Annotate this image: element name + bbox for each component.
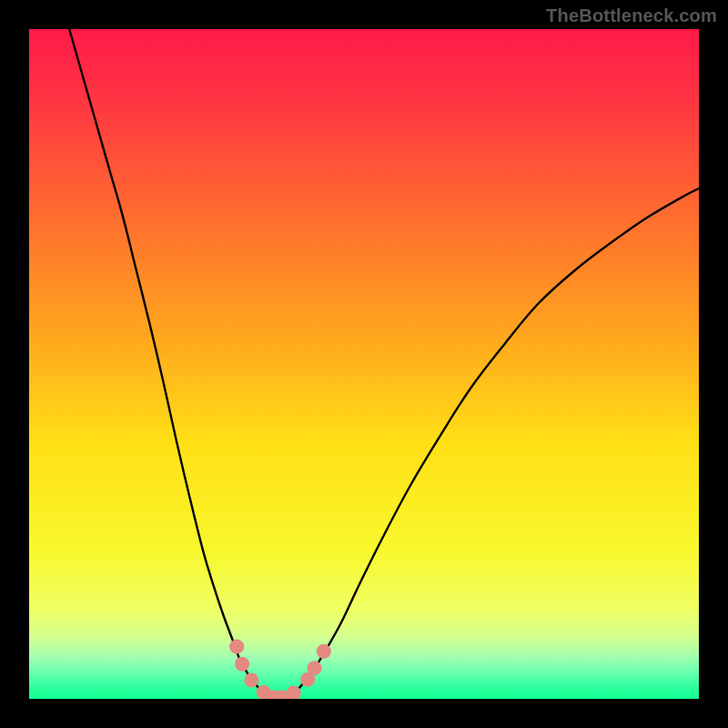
watermark-label: TheBottleneck.com [546,5,717,26]
gradient-background [29,29,699,699]
chart-frame: TheBottleneck.com [0,0,728,728]
chart-svg [29,29,699,699]
data-marker [244,672,258,687]
plot-area [29,29,699,699]
data-marker [317,644,331,659]
data-marker [235,657,249,672]
data-marker [229,640,244,654]
data-marker [308,661,322,675]
